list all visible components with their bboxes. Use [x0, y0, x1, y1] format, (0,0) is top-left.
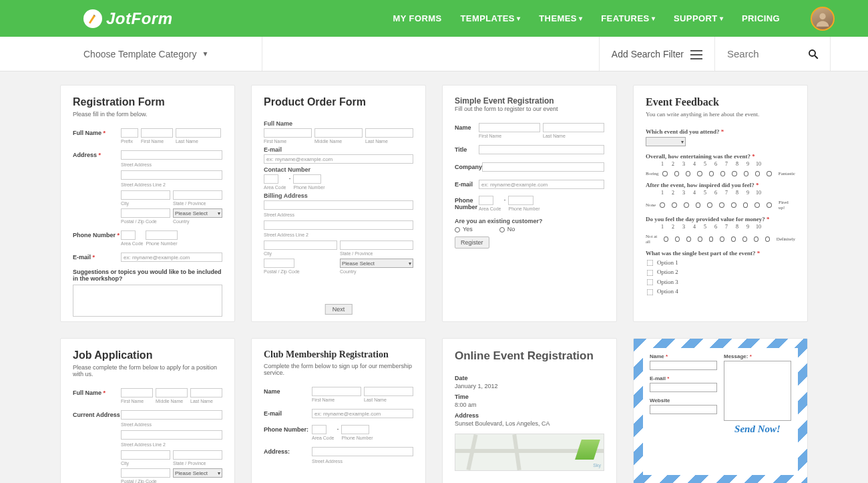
- scale-numbers: 12345678910: [659, 161, 795, 167]
- brand-name: JotForm: [106, 9, 173, 28]
- template-card-registration[interactable]: Registration Form Please fill in the for…: [60, 85, 235, 322]
- top-nav: MY FORMS TEMPLATES THEMES FEATURES SUPPO…: [393, 7, 835, 31]
- chevron-down-icon: ▼: [202, 50, 208, 57]
- template-grid: Registration Form Please fill in the for…: [0, 71, 868, 483]
- template-card-contact-striped[interactable]: Name * E-mail * Website Message: * Send …: [633, 338, 808, 483]
- nav-my-forms[interactable]: MY FORMS: [393, 13, 441, 23]
- brand-logo[interactable]: JotForm: [83, 9, 173, 28]
- template-card-product-order[interactable]: Product Order Form Full Name First Name …: [251, 85, 426, 322]
- suggestions-textarea: [73, 285, 222, 317]
- card-title: Event Feedback: [646, 96, 795, 108]
- nav-templates[interactable]: TEMPLATES: [461, 13, 521, 23]
- sliders-icon: [690, 48, 702, 60]
- next-button: Next: [325, 304, 353, 315]
- register-button: Register: [455, 236, 489, 249]
- template-card-simple-event[interactable]: Simple Event Registration Fill out the f…: [442, 85, 617, 322]
- category-label: Choose Template Category: [83, 49, 196, 59]
- card-title: Online Event Registration: [455, 349, 604, 363]
- nav-pricing[interactable]: PRICING: [742, 13, 780, 23]
- nav-features[interactable]: FEATURES: [601, 13, 655, 23]
- nav-themes[interactable]: THEMES: [539, 13, 582, 23]
- add-filter-label: Add Search Filter: [612, 49, 684, 59]
- logo-icon: [83, 9, 102, 28]
- template-card-online-event[interactable]: Online Event Registration Date January 1…: [442, 338, 617, 483]
- card-title: Job Application: [73, 349, 222, 361]
- svg-line-2: [815, 55, 818, 59]
- card-title: Registration Form: [73, 96, 222, 108]
- card-title: Simple Event Registration: [455, 96, 604, 106]
- card-title: Club Membership Registration: [264, 349, 413, 360]
- search-icon[interactable]: [807, 48, 819, 60]
- svg-point-1: [809, 50, 815, 56]
- avatar[interactable]: [811, 7, 835, 31]
- category-dropdown[interactable]: Choose Template Category ▼: [83, 37, 262, 71]
- template-card-event-feedback[interactable]: Event Feedback You can write anything in…: [633, 85, 808, 322]
- main-header: JotForm MY FORMS TEMPLATES THEMES FEATUR…: [0, 0, 868, 37]
- send-now-button: Send Now!: [724, 424, 791, 435]
- card-subtitle: Please fill in the form below.: [73, 111, 222, 118]
- card-title: Product Order Form: [264, 96, 413, 108]
- search-block: [715, 37, 831, 71]
- filter-bar: Choose Template Category ▼ Add Search Fi…: [0, 37, 868, 71]
- template-card-club-membership[interactable]: Club Membership Registration Complete th…: [251, 338, 426, 483]
- map-preview: Sky: [455, 434, 604, 471]
- search-input[interactable]: [727, 48, 774, 59]
- suggestions-label: Suggestions or topics you would like to …: [73, 269, 222, 282]
- add-search-filter[interactable]: Add Search Filter: [599, 37, 715, 71]
- nav-support[interactable]: SUPPORT: [674, 13, 723, 23]
- svg-point-0: [819, 13, 825, 19]
- template-card-job-application[interactable]: Job Application Please complete the form…: [60, 338, 235, 483]
